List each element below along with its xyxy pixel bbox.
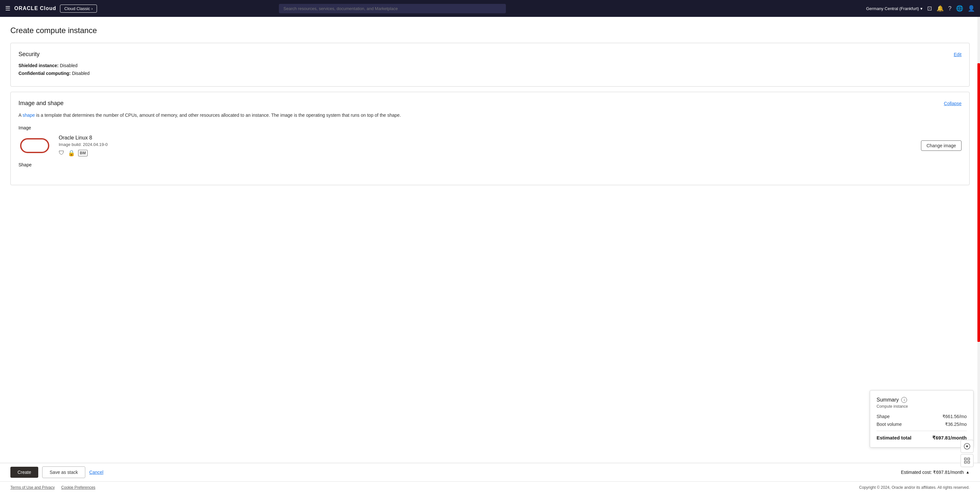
summary-shape-row: Shape ₹661.56/mo (877, 414, 967, 419)
help-circle-button[interactable] (961, 440, 974, 453)
security-card: Security Edit Shielded instance: Disable… (10, 43, 970, 87)
svg-point-1 (966, 445, 968, 447)
lock-feature-icon: 🔒 (68, 149, 75, 157)
image-shape-card-title: Image and shape (19, 100, 64, 107)
summary-header: Summary i (877, 397, 967, 403)
summary-boot-volume-row: Boot volume ₹36.25/mo (877, 421, 967, 427)
main-content-area: Create compute instance Security Edit Sh… (0, 17, 980, 464)
oracle-logo: ORACLE Cloud (14, 5, 56, 11)
topnav-right-controls: Germany Central (Frankfurt) ▾ ⊡ 🔔 ? 🌐 👤 (866, 5, 975, 12)
confidential-computing-label: Confidential computing: (19, 71, 71, 76)
image-name: Oracle Linux 8 (59, 135, 913, 141)
oracle-pill-logo (20, 138, 49, 153)
help-grid-button[interactable] (961, 454, 974, 464)
confidential-computing-value: Disabled (72, 71, 89, 76)
bm-feature-icon: BM (78, 150, 88, 156)
summary-shape-label: Shape (877, 414, 889, 419)
shape-section-label: Shape (19, 162, 961, 167)
search-input[interactable] (279, 4, 506, 13)
hamburger-menu-icon[interactable]: ☰ (5, 5, 10, 12)
notifications-icon[interactable]: 🔔 (937, 5, 944, 12)
confidential-computing-row: Confidential computing: Disabled (19, 71, 961, 76)
help-floating-buttons (961, 440, 974, 464)
shape-link[interactable]: shape (22, 113, 35, 118)
summary-estimated-total-label: Estimated total (877, 435, 912, 441)
summary-title: Summary (877, 397, 899, 403)
image-shape-card-header: Image and shape Collapse (19, 100, 961, 107)
image-info: Oracle Linux 8 Image build: 2024.04.19-0… (59, 135, 913, 157)
globe-icon[interactable]: 🌐 (956, 5, 963, 12)
shielded-instance-row: Shielded instance: Disabled (19, 63, 961, 68)
svg-rect-4 (964, 461, 966, 463)
scroll-indicator[interactable] (977, 17, 980, 464)
summary-total-row: Estimated total ₹697.81/month (877, 435, 967, 441)
summary-boot-volume-label: Boot volume (877, 421, 902, 427)
change-image-button[interactable]: Change image (921, 140, 961, 151)
image-shape-card: Image and shape Collapse A shape is a te… (10, 92, 970, 185)
summary-shape-value: ₹661.56/mo (942, 414, 967, 419)
page-title: Create compute instance (10, 26, 970, 35)
user-profile-icon[interactable]: 👤 (968, 5, 975, 12)
svg-rect-3 (968, 458, 970, 460)
image-shape-description: A shape is a template that determines th… (19, 112, 961, 119)
svg-rect-2 (964, 458, 966, 460)
security-edit-button[interactable]: Edit (954, 52, 961, 57)
image-feature-icons: 🛡 🔒 BM (59, 149, 913, 157)
summary-panel: Summary i Compute instance Shape ₹661.56… (870, 390, 974, 448)
oracle-logo-container (19, 134, 51, 157)
shielded-instance-value: Disabled (60, 63, 78, 68)
security-card-header: Security Edit (19, 51, 961, 58)
summary-divider (877, 431, 967, 431)
image-section-label: Image (19, 125, 961, 130)
region-selector[interactable]: Germany Central (Frankfurt) ▾ (866, 6, 923, 11)
summary-boot-volume-value: ₹36.25/mo (945, 421, 967, 427)
bottom-action-bar: Create Save as stack Cancel Estimated co… (0, 463, 980, 464)
shape-content-placeholder (19, 167, 961, 177)
cloud-classic-button[interactable]: Cloud Classic › (60, 5, 97, 13)
shielded-instance-label: Shielded instance: (19, 63, 59, 68)
help-icon[interactable]: ? (948, 5, 951, 12)
summary-info-icon[interactable]: i (901, 397, 907, 403)
terminal-icon[interactable]: ⊡ (927, 5, 932, 12)
collapse-button[interactable]: Collapse (944, 101, 961, 106)
summary-subtitle: Compute instance (877, 404, 967, 409)
shield-feature-icon: 🛡 (59, 149, 65, 156)
svg-rect-5 (968, 461, 970, 463)
image-build: Image build: 2024.04.19-0 (59, 142, 913, 147)
security-card-title: Security (19, 51, 40, 58)
top-navigation: ☰ ORACLE Cloud Cloud Classic › Germany C… (0, 0, 980, 17)
image-selection-row: Oracle Linux 8 Image build: 2024.04.19-0… (19, 134, 961, 157)
